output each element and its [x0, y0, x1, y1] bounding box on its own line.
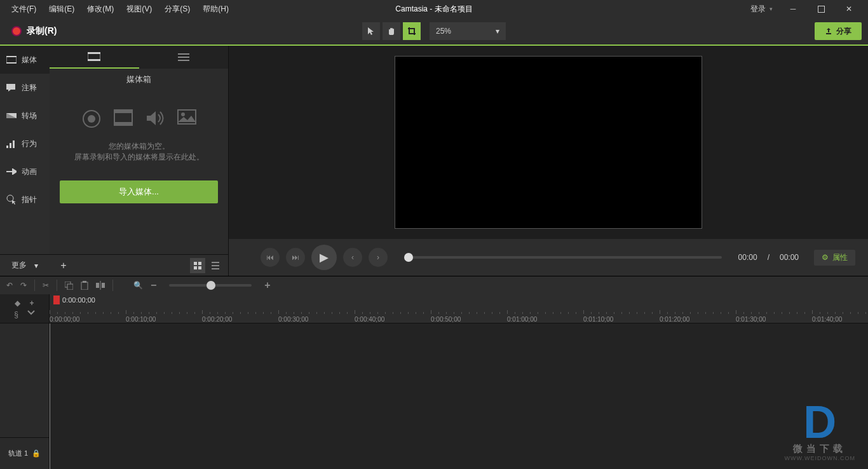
- hand-tool[interactable]: [383, 22, 400, 40]
- menu-modify[interactable]: 修改(M): [81, 1, 120, 17]
- prev-frame-button[interactable]: ⏮: [261, 248, 280, 267]
- watermark: D 微当下载 WWW.WEIDOWN.COM: [785, 402, 855, 461]
- ruler-tick: 0:00:20;00: [202, 316, 232, 323]
- cursor-tool[interactable]: [362, 22, 380, 40]
- watermark-url: WWW.WEIDOWN.COM: [785, 455, 855, 461]
- preview-area: ⏮ ⏭ ▶ ‹ › 00:00 / 00:00 ⚙ 属性: [229, 46, 868, 276]
- add-track-button[interactable]: +: [29, 299, 34, 308]
- cut-button[interactable]: ✂: [43, 281, 49, 290]
- tab-annotation[interactable]: 注释: [0, 74, 50, 102]
- svg-rect-34: [96, 283, 99, 288]
- share-label: 分享: [836, 26, 851, 37]
- ruler-tick: 0:00:50;00: [431, 316, 461, 323]
- tab-transition[interactable]: 转场: [0, 102, 50, 130]
- main-area: 媒体 注释 转场 行为 动画: [0, 46, 868, 276]
- lock-icon[interactable]: 🔒: [32, 449, 41, 458]
- svg-rect-28: [212, 265, 219, 266]
- svg-rect-23: [194, 262, 197, 265]
- zoom-handle[interactable]: [207, 281, 215, 290]
- copy-button[interactable]: [65, 282, 73, 290]
- ruler-tick: 0:01:30;00: [736, 316, 766, 323]
- svg-rect-32: [81, 282, 88, 290]
- svg-rect-27: [212, 262, 219, 263]
- import-media-button[interactable]: 导入媒体...: [60, 180, 218, 203]
- undo-button[interactable]: ↶: [6, 281, 13, 290]
- watermark-logo: D: [785, 402, 855, 443]
- marker-toggle[interactable]: ◆: [15, 299, 20, 308]
- menu-edit[interactable]: 编辑(E): [43, 1, 81, 17]
- window-title: Camtasia - 未命名项目: [395, 4, 472, 15]
- menu-share[interactable]: 分享(S): [158, 1, 196, 17]
- play-button[interactable]: ▶: [311, 245, 337, 270]
- ruler-tick: 0:01:20;00: [660, 316, 689, 323]
- svg-rect-35: [102, 283, 105, 288]
- step-back-button[interactable]: ‹: [343, 248, 362, 267]
- upload-icon: [825, 27, 832, 35]
- current-time: 00:00: [738, 253, 757, 262]
- track-1-label[interactable]: 轨道 1 🔒: [0, 437, 49, 469]
- list-view-button[interactable]: [208, 258, 223, 273]
- empty-text-1: 您的媒体箱为空。: [62, 141, 215, 152]
- tracks-area[interactable]: D 微当下载 WWW.WEIDOWN.COM: [50, 323, 868, 469]
- zoom-out-button[interactable]: −: [151, 280, 156, 291]
- chevron-down-icon: ▾: [496, 27, 499, 36]
- svg-rect-11: [88, 52, 100, 54]
- quiz-toggle[interactable]: §: [14, 310, 18, 319]
- svg-point-17: [88, 115, 95, 123]
- film-icon: [114, 109, 133, 128]
- audio-icon: [146, 109, 165, 128]
- tab-media[interactable]: 媒体: [0, 46, 50, 74]
- tab-more[interactable]: 更多▾: [0, 254, 50, 276]
- timeline-zoom-slider[interactable]: [169, 284, 252, 287]
- split-button[interactable]: [96, 281, 105, 290]
- transition-icon: [6, 111, 17, 121]
- share-button[interactable]: 分享: [815, 22, 862, 40]
- menu-file[interactable]: 文件(F): [5, 1, 43, 17]
- tab-behavior[interactable]: 行为: [0, 130, 50, 158]
- step-forward-button[interactable]: ›: [369, 248, 388, 267]
- preview-canvas[interactable]: [395, 56, 702, 229]
- playhead-line[interactable]: [50, 323, 50, 469]
- crop-tool[interactable]: [403, 22, 421, 40]
- next-frame-button[interactable]: ⏭: [286, 248, 305, 267]
- empty-text-2: 屏幕录制和导入的媒体将显示在此处。: [62, 152, 215, 163]
- svg-rect-20: [114, 122, 132, 125]
- playhead-handle[interactable]: [404, 253, 413, 262]
- media-bin-title: 媒体箱: [50, 69, 228, 90]
- svg-rect-25: [194, 266, 197, 269]
- svg-point-22: [181, 112, 185, 116]
- annotation-icon: [6, 83, 17, 93]
- zoom-in-button[interactable]: +: [264, 280, 270, 291]
- timeline-body: 轨道 1 🔒 D 微当下载 WWW.WEIDOWN.COM: [0, 323, 868, 469]
- tab-animation[interactable]: 动画: [0, 158, 50, 186]
- maximize-button[interactable]: [807, 0, 835, 18]
- pointer-icon: [6, 194, 17, 205]
- toolbar: 录制(R) 25% ▾ 分享: [0, 18, 868, 46]
- close-button[interactable]: ✕: [835, 0, 863, 18]
- left-panel: 媒体 注释 转场 行为 动画: [0, 46, 229, 276]
- menu-view[interactable]: 视图(V): [120, 1, 158, 17]
- add-media-button[interactable]: +: [55, 257, 72, 275]
- timeline-header: ◆ + § 0:00:00;00 0:00:00;000:00:10;000:0…: [0, 294, 868, 323]
- library-tab[interactable]: [139, 46, 229, 69]
- redo-button[interactable]: ↷: [20, 281, 27, 290]
- timeline-ruler[interactable]: 0:00:00;00 0:00:00;000:00:10;000:00:20;0…: [50, 294, 868, 323]
- login-button[interactable]: 登录: [744, 1, 779, 17]
- filmstrip-icon: [88, 52, 100, 61]
- zoom-dropdown[interactable]: 25% ▾: [430, 22, 506, 40]
- time-separator: /: [768, 253, 770, 262]
- playhead-readout: 0:00:00;00: [53, 296, 95, 304]
- record-label: 录制(R): [27, 25, 57, 37]
- menu-help[interactable]: 帮助(H): [196, 1, 235, 17]
- properties-button[interactable]: ⚙ 属性: [814, 250, 855, 266]
- minimize-button[interactable]: ─: [779, 0, 807, 18]
- record-button[interactable]: 录制(R): [6, 23, 62, 39]
- svg-rect-6: [6, 146, 8, 148]
- media-bin-tab[interactable]: [50, 46, 139, 69]
- paste-button[interactable]: [81, 281, 88, 290]
- collapse-toggle[interactable]: [27, 310, 35, 319]
- svg-rect-14: [178, 57, 189, 58]
- playback-slider[interactable]: [404, 256, 722, 259]
- grid-view-button[interactable]: [190, 258, 205, 273]
- tab-pointer[interactable]: 指针: [0, 186, 50, 214]
